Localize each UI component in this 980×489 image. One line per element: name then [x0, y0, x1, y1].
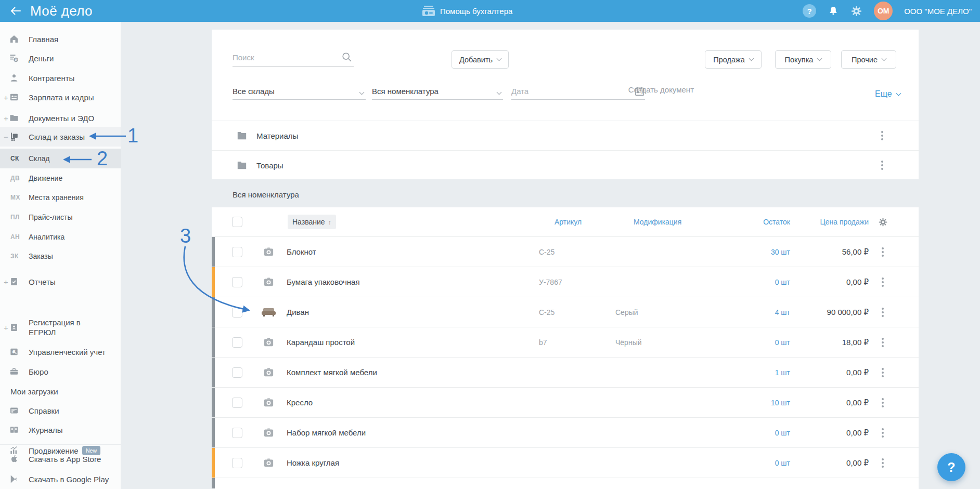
- table-row[interactable]: Набор мягкой мебели 0 шт 0,00 ₽: [212, 417, 919, 447]
- row-menu-button[interactable]: [869, 396, 897, 409]
- product-stock[interactable]: 10 шт: [732, 399, 790, 407]
- folder-menu-button[interactable]: [879, 129, 885, 142]
- expand-plus[interactable]: +: [4, 93, 8, 102]
- sidebar-item-registration[interactable]: + Регистрация в ЕГРЮЛ: [0, 313, 121, 342]
- sidebar-item-money[interactable]: ₽ Деньги: [0, 48, 121, 68]
- product-stock[interactable]: 0 шт: [732, 429, 790, 437]
- product-stock[interactable]: 0 шт: [732, 459, 790, 467]
- sidebar-subitem-pricelists[interactable]: ПЛ Прайс-листы: [0, 207, 121, 227]
- table-row[interactable]: Кресло 10 шт 0,00 ₽: [212, 387, 919, 417]
- more-filters-link[interactable]: Еще: [875, 89, 900, 99]
- product-name-link[interactable]: Карандаш простой: [287, 338, 539, 347]
- table-row[interactable]: Бумага упаковочная У-7867 0 шт 0,00 ₽: [212, 267, 919, 297]
- help-center-link[interactable]: Помощь бухгалтера: [422, 0, 512, 22]
- column-header-modification[interactable]: Модификация: [615, 218, 732, 226]
- row-checkbox[interactable]: [232, 337, 242, 348]
- row-checkbox[interactable]: [232, 277, 242, 287]
- purchase-button[interactable]: Покупка: [775, 50, 831, 69]
- folder-row-goods[interactable]: Товары: [212, 150, 919, 180]
- row-checkbox[interactable]: [232, 307, 242, 318]
- sidebar-subitem-warehouse[interactable]: СК Склад: [0, 149, 121, 168]
- home-icon: [9, 34, 19, 44]
- notifications-bell-icon[interactable]: [828, 5, 839, 17]
- google-play-icon: [9, 474, 19, 484]
- sidebar-item-reports[interactable]: + Отчеты: [0, 272, 121, 292]
- product-stock[interactable]: 30 шт: [732, 248, 790, 256]
- company-name[interactable]: ООО "МОЕ ДЕЛО": [904, 7, 972, 16]
- product-stock[interactable]: 0 шт: [732, 338, 790, 347]
- table-row[interactable]: Ножка круглая 0 шт 0,00 ₽: [212, 447, 919, 478]
- sidebar-item-documents[interactable]: + Документы и ЭДО: [0, 108, 121, 128]
- sidebar-item-salary[interactable]: + Зарплата и кадры: [0, 87, 121, 107]
- table-row[interactable]: Комплект мягкой мебели 1 шт 0,00 ₽: [212, 357, 919, 387]
- product-name-link[interactable]: Кресло: [287, 398, 539, 407]
- row-checkbox[interactable]: [232, 458, 242, 468]
- row-menu-button[interactable]: [869, 306, 897, 319]
- support-help-button[interactable]: ?: [937, 453, 965, 481]
- folder-row-materials[interactable]: Материалы: [212, 121, 919, 150]
- product-name-link[interactable]: Диван: [287, 308, 539, 316]
- help-icon[interactable]: ?: [803, 4, 816, 18]
- product-name-link[interactable]: Блокнот: [287, 247, 539, 256]
- nomenclature-filter-select[interactable]: Вся номенклатура: [372, 84, 503, 100]
- sidebar-item-bureau[interactable]: Бюро: [0, 362, 121, 381]
- table-row[interactable]: Карандаш простой b7 Чёрный 0 шт 18,00 ₽: [212, 327, 919, 357]
- sidebar-item-my-uploads[interactable]: Мои загрузки: [0, 381, 121, 401]
- back-arrow-icon[interactable]: [9, 5, 22, 17]
- folder-menu-button[interactable]: [879, 158, 885, 172]
- warehouse-filter-select[interactable]: Все склады: [233, 84, 366, 100]
- other-button[interactable]: Прочие: [841, 50, 896, 69]
- calendar-icon[interactable]: [634, 86, 645, 97]
- row-checkbox[interactable]: [232, 247, 242, 257]
- sale-button[interactable]: Продажа: [705, 50, 762, 69]
- product-stock[interactable]: 4 шт: [732, 308, 790, 316]
- collapse-minus[interactable]: −: [4, 133, 8, 141]
- avatar[interactable]: OM: [874, 2, 893, 20]
- app-logo[interactable]: Моё дело: [30, 3, 93, 19]
- settings-gear-icon[interactable]: [850, 5, 862, 17]
- row-menu-button[interactable]: [869, 275, 897, 289]
- column-header-price[interactable]: Цена продажи: [790, 218, 869, 226]
- expand-plus[interactable]: +: [4, 277, 8, 286]
- table-settings-gear-icon[interactable]: [869, 217, 897, 227]
- sidebar-subitem-movement[interactable]: ДВ Движение: [0, 168, 121, 188]
- row-menu-button[interactable]: [869, 245, 897, 259]
- sidebar-item-googleplay[interactable]: Скачать в Google Play: [0, 469, 121, 489]
- sidebar-subitem-analytics[interactable]: АН Аналитика: [0, 227, 121, 247]
- column-header-sku[interactable]: Артикул: [539, 218, 615, 226]
- row-checkbox[interactable]: [232, 367, 242, 378]
- chevron-down-icon: [359, 90, 365, 95]
- sidebar-item-home[interactable]: Главная: [0, 29, 121, 49]
- sidebar-item-management[interactable]: ₽ Управленческий учет: [0, 342, 121, 362]
- expand-plus[interactable]: +: [4, 114, 8, 123]
- sidebar-subitem-storage-places[interactable]: МХ Места хранения: [0, 188, 121, 207]
- sidebar-item-appstore[interactable]: Скачать в App Store: [0, 449, 121, 469]
- sidebar-item-certificates[interactable]: Справки: [0, 401, 121, 420]
- product-stock[interactable]: 1 шт: [732, 368, 790, 377]
- row-menu-button[interactable]: [869, 456, 897, 470]
- date-filter-input[interactable]: Дата: [511, 84, 645, 100]
- row-menu-button[interactable]: [869, 426, 897, 440]
- search-input[interactable]: Поиск: [233, 46, 354, 67]
- product-price: 0,00 ₽: [790, 277, 869, 287]
- column-header-name[interactable]: Название ↑: [288, 215, 336, 229]
- row-checkbox[interactable]: [232, 428, 242, 438]
- table-row[interactable]: Диван С-25 Серый 4 шт 90 000,00 ₽: [212, 297, 919, 327]
- add-button[interactable]: Добавить: [452, 50, 509, 69]
- table-row[interactable]: Блокнот С-25 30 шт 56,00 ₽: [212, 236, 919, 267]
- sidebar-item-journals[interactable]: Журналы: [0, 420, 121, 440]
- sidebar-item-contractors[interactable]: Контрагенты: [0, 68, 121, 88]
- row-menu-button[interactable]: [869, 366, 897, 379]
- product-name-link[interactable]: Ножка круглая: [287, 458, 539, 467]
- product-name-link[interactable]: Комплект мягкой мебели: [287, 368, 539, 377]
- product-stock[interactable]: 0 шт: [732, 278, 790, 286]
- product-name-link[interactable]: Набор мягкой мебели: [287, 428, 539, 437]
- sidebar-subitem-orders[interactable]: ЗК Заказы: [0, 246, 121, 266]
- column-header-stock[interactable]: Остаток: [732, 218, 790, 226]
- sidebar-item-warehouse[interactable]: − Склад и заказы: [0, 127, 121, 147]
- row-menu-button[interactable]: [869, 336, 897, 349]
- product-name-link[interactable]: Бумага упаковочная: [287, 277, 539, 286]
- select-all-checkbox[interactable]: [232, 217, 242, 227]
- expand-plus[interactable]: +: [4, 323, 8, 332]
- row-checkbox[interactable]: [232, 398, 242, 408]
